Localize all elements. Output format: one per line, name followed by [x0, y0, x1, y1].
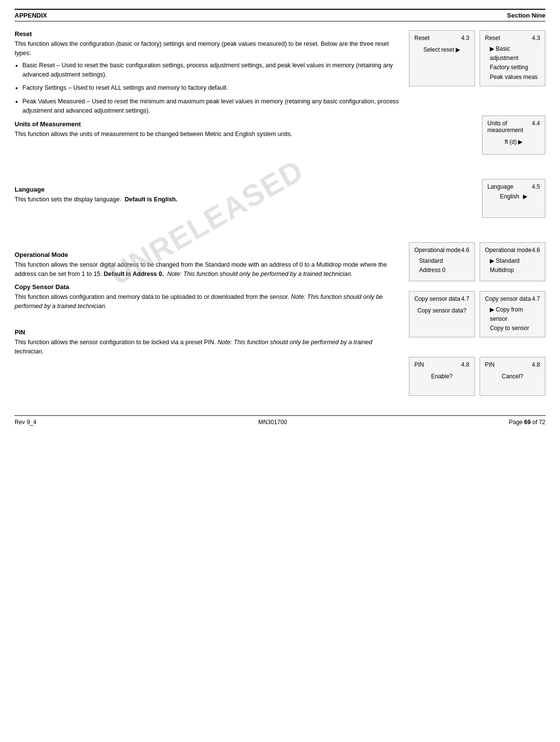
copy-left-content: Copy sensor data? [414, 305, 469, 316]
operational-right-num: 4.6 [532, 247, 540, 254]
operational-left-line1: Standard [419, 256, 469, 266]
operational-section: Operational Mode This function allows th… [15, 251, 399, 279]
units-panel-row: Units of measurement 4.4 ft (d) ▶ [409, 116, 545, 159]
footer-page: Page 69 of 72 [509, 419, 545, 426]
header-left: APPENDIX [15, 12, 47, 19]
language-section: Language This function sets the display … [15, 186, 399, 246]
operational-title: Operational Mode [15, 251, 399, 258]
copy-panel-right: Copy sensor data 4.7 ▶ Copy from sensor … [480, 291, 545, 338]
copy-panel-left: Copy sensor data 4.7 Copy sensor data? [409, 291, 475, 338]
operational-panel-row: Operational mode 4.6 Standard Address 0 … [409, 242, 545, 281]
reset-para: This function allows the configuration (… [15, 39, 399, 58]
bullet-factory: Factory Settings – Used to reset ALL set… [22, 83, 399, 93]
language-right-num: 4.5 [532, 183, 540, 190]
operational-left-content: Standard Address 0 [414, 256, 469, 275]
reset-left-content: Select reset ▶ [414, 44, 469, 55]
pin-left-content: Enable? [414, 371, 469, 382]
language-arrow: ▶ [523, 193, 527, 200]
operational-right-content: ▶ Standard Multidrop [485, 256, 540, 275]
copy-title: Copy Sensor Data [15, 283, 399, 291]
copy-left-num: 4.7 [461, 295, 469, 302]
copy-panel-row: Copy sensor data 4.7 Copy sensor data? C… [409, 291, 545, 338]
units-right-content: ft (d) ▶ [487, 137, 540, 147]
copy-right-line2: Copy to sensor [490, 324, 540, 333]
units-para: This function allows the units of measur… [15, 130, 399, 139]
pin-left-num: 4.8 [461, 361, 469, 368]
content-area: Reset This function allows the configura… [15, 30, 545, 401]
pin-right-title: PIN [485, 361, 495, 368]
operational-left-line2: Address 0 [419, 266, 469, 275]
language-title: Language [15, 186, 399, 193]
operational-right-title: Operational mode [485, 247, 531, 254]
pin-panel-left: PIN 4.8 Enable? [409, 357, 475, 396]
language-right-content: English ▶ [487, 193, 540, 200]
reset-panel-left: Reset 4.3 Select reset ▶ [409, 30, 475, 86]
reset-right-title: Reset [485, 35, 500, 41]
units-panel-right: Units of measurement 4.4 ft (d) ▶ [482, 116, 545, 155]
copy-section: Copy Sensor Data This function allows co… [15, 283, 399, 324]
operational-para: This function allows the sensor digital … [15, 260, 399, 279]
reset-right-num: 4.3 [532, 35, 540, 41]
pin-right-content: Cancel? [485, 371, 540, 382]
operational-right-line2: Multidrop [490, 266, 540, 275]
footer-doc: MN301700 [258, 419, 287, 426]
reset-panel-right: Reset 4.3 ▶ Basic adjustment Factory set… [480, 30, 545, 86]
copy-right-line1: ▶ Copy from sensor [490, 305, 540, 324]
operational-left-num: 4.6 [461, 247, 469, 254]
footer-rev: Rev 9_4 [15, 419, 37, 426]
spacer1 [409, 342, 545, 357]
reset-right-content: ▶ Basic adjustment Factory setting Peak … [485, 44, 540, 82]
operational-left-title: Operational mode [414, 247, 461, 254]
page: APPENDIX Section Nine UNRELEASED Reset T… [0, 0, 560, 742]
reset-section: Reset This function allows the configura… [15, 30, 399, 116]
units-title: Units of Measurement [15, 120, 399, 128]
operational-right-line1: ▶ Standard [490, 256, 540, 266]
copy-para: This function allows configuration and m… [15, 293, 399, 311]
pin-section: PIN This function allows the sensor conf… [15, 329, 399, 356]
language-right-title: Language [487, 183, 513, 190]
header-bar: APPENDIX Section Nine [15, 9, 545, 21]
language-value: English [500, 193, 519, 200]
bullet-basic: Basic Reset – Used to reset the basic co… [22, 61, 399, 80]
reset-panel-row: Reset 4.3 Select reset ▶ Reset 4.3 ▶ Bas… [409, 30, 545, 86]
bullet-peak: Peak Values Measured – Used to reset the… [22, 97, 399, 116]
units-section: Units of Measurement This function allow… [15, 120, 399, 181]
reset-right-line3: Peak values meas [490, 73, 540, 82]
pin-title: PIN [15, 329, 399, 336]
reset-title: Reset [15, 30, 399, 38]
copy-right-num: 4.7 [532, 295, 540, 302]
pin-panel-row: PIN 4.8 Enable? PIN 4.8 Cancel? [409, 357, 545, 396]
operational-panel-left: Operational mode 4.6 Standard Address 0 [409, 242, 475, 281]
pin-right-num: 4.8 [532, 361, 540, 368]
pin-left-title: PIN [414, 361, 424, 368]
reset-left-num: 4.3 [461, 35, 469, 41]
reset-left-title: Reset [414, 35, 429, 41]
language-para: This function sets the display language.… [15, 195, 399, 204]
footer-bar: Rev 9_4 MN301700 Page 69 of 72 [15, 415, 545, 426]
reset-bullets: Basic Reset – Used to reset the basic co… [22, 61, 399, 116]
language-panel-right: Language 4.5 English ▶ [482, 179, 545, 218]
panels-column: Reset 4.3 Select reset ▶ Reset 4.3 ▶ Bas… [409, 30, 545, 401]
operational-panel-right: Operational mode 4.6 ▶ Standard Multidro… [480, 242, 545, 281]
pin-para: This function allows the sensor configur… [15, 338, 399, 356]
language-panel-row: Language 4.5 English ▶ [409, 179, 545, 223]
units-right-num: 4.4 [532, 120, 540, 134]
reset-right-line2: Factory setting [490, 63, 540, 72]
copy-right-content: ▶ Copy from sensor Copy to sensor [485, 305, 540, 333]
header-right: Section Nine [507, 12, 545, 19]
pin-panel-right: PIN 4.8 Cancel? [480, 357, 545, 396]
reset-right-line1: ▶ Basic adjustment [490, 44, 540, 63]
copy-left-title: Copy sensor data [414, 295, 460, 302]
copy-right-title: Copy sensor data [485, 295, 531, 302]
main-text: Reset This function allows the configura… [15, 30, 409, 401]
units-right-title: Units of measurement [487, 120, 532, 134]
